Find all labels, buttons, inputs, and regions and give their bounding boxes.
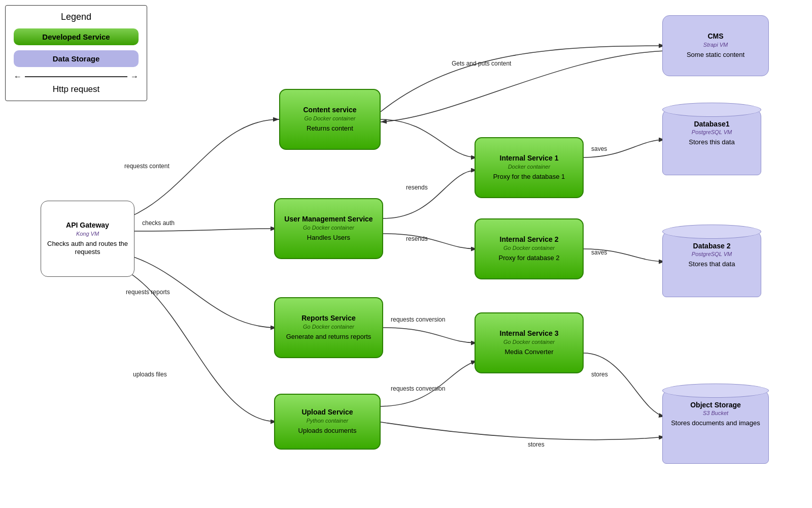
db2-box: Database 2 PostgreSQL VM Stores that dat… [662, 231, 761, 297]
db1-top [662, 103, 761, 117]
db2-subtitle: PostgreSQL VM [663, 251, 761, 257]
cms-subtitle: Strapi VM [703, 42, 728, 48]
internal1-title: Internal Service 1 [500, 154, 559, 163]
diagram-container: Legend Developed Service Data Storage ← … [0, 0, 812, 508]
content-service-subtitle: Go Docker container [304, 115, 356, 121]
label-requests-content: requests content [124, 163, 170, 170]
cms-box: CMS Strapi VM Some static content [662, 15, 769, 76]
api-gateway-box: API Gateway Kong VM Checks auth and rout… [41, 201, 134, 277]
label-stores1: stores [591, 371, 608, 378]
internal2-desc: Proxy for database 2 [499, 254, 560, 263]
internal3-desc: Media Converter [504, 348, 553, 357]
legend: Legend Developed Service Data Storage ← … [5, 5, 147, 101]
db2-container: Database 2 PostgreSQL VM Stores that dat… [662, 231, 761, 297]
reports-service-box: Reports Service Go Docker container Gene… [274, 297, 383, 358]
upload-service-box: Upload Service Python container Uploads … [274, 394, 381, 450]
arrow-line [25, 76, 127, 77]
user-mgmt-subtitle: Go Docker container [303, 225, 354, 231]
upload-service-subtitle: Python container [307, 418, 349, 424]
legend-data-storage: Data Storage [14, 50, 139, 67]
legend-arrow: ← → [14, 72, 139, 81]
internal3-subtitle: Go Docker container [503, 339, 555, 345]
obj-storage-container: Object Storage S3 Bucket Stores document… [662, 390, 769, 464]
db2-desc: Stores that data [663, 260, 761, 268]
label-resends2: resends [406, 235, 428, 242]
legend-developed-service: Developed Service [14, 28, 139, 45]
user-mgmt-box: User Management Service Go Docker contai… [274, 198, 383, 259]
label-checks-auth: checks auth [142, 219, 175, 227]
label-uploads-files: uploads files [133, 371, 167, 378]
internal1-subtitle: Docker container [508, 164, 550, 170]
label-requests-reports: requests reports [126, 289, 170, 296]
label-saves2: saves [591, 249, 607, 256]
legend-http-label: Http request [14, 84, 139, 94]
db1-container: Database1 PostgreSQL VM Stores this data [662, 109, 761, 175]
db1-desc: Stores this data [663, 138, 761, 146]
content-service-desc: Returns content [307, 124, 353, 133]
api-gateway-subtitle: Kong VM [76, 231, 99, 237]
label-requests-conversion1: requests conversion [391, 316, 445, 323]
cms-desc: Some static content [687, 51, 745, 59]
arrow-right: → [130, 72, 139, 81]
legend-title: Legend [14, 12, 139, 22]
reports-service-title: Reports Service [301, 314, 356, 323]
cms-title: CMS [707, 32, 723, 41]
db2-title: Database 2 [663, 242, 761, 250]
internal2-box: Internal Service 2 Go Docker container P… [475, 218, 584, 279]
db1-subtitle: PostgreSQL VM [663, 129, 761, 135]
api-gateway-desc: Checks auth and routes the requests [47, 240, 128, 257]
obj-storage-box: Object Storage S3 Bucket Stores document… [662, 390, 769, 464]
arrow-left: ← [14, 72, 22, 81]
label-saves1: saves [591, 145, 607, 152]
upload-service-desc: Uploads documents [298, 427, 357, 435]
content-service-box: Content service Go Docker container Retu… [279, 89, 381, 150]
api-gateway-title: API Gateway [66, 221, 109, 230]
user-mgmt-title: User Management Service [284, 215, 373, 224]
obj-storage-desc: Stores documents and images [663, 419, 768, 427]
user-mgmt-desc: Handles Users [307, 234, 350, 242]
label-gets-puts: Gets and puts content [452, 60, 511, 67]
internal2-subtitle: Go Docker container [503, 245, 555, 251]
label-stores2: stores [528, 441, 545, 448]
obj-storage-title: Object Storage [663, 401, 768, 409]
internal3-title: Internal Service 3 [500, 329, 559, 338]
internal3-box: Internal Service 3 Go Docker container M… [475, 312, 584, 373]
label-requests-conversion2: requests conversion [391, 385, 445, 392]
internal1-box: Internal Service 1 Docker container Prox… [475, 137, 584, 198]
reports-service-subtitle: Go Docker container [303, 324, 354, 330]
content-service-title: Content service [303, 106, 356, 114]
label-resends1: resends [406, 184, 428, 191]
internal2-title: Internal Service 2 [500, 235, 559, 244]
reports-service-desc: Generate and returns reports [286, 333, 371, 341]
db2-top [662, 225, 761, 239]
obj-storage-top [662, 384, 769, 398]
db1-box: Database1 PostgreSQL VM Stores this data [662, 109, 761, 175]
obj-storage-subtitle: S3 Bucket [663, 410, 768, 416]
db1-title: Database1 [663, 120, 761, 128]
internal1-desc: Proxy for the database 1 [493, 173, 565, 181]
upload-service-title: Upload Service [301, 408, 353, 417]
